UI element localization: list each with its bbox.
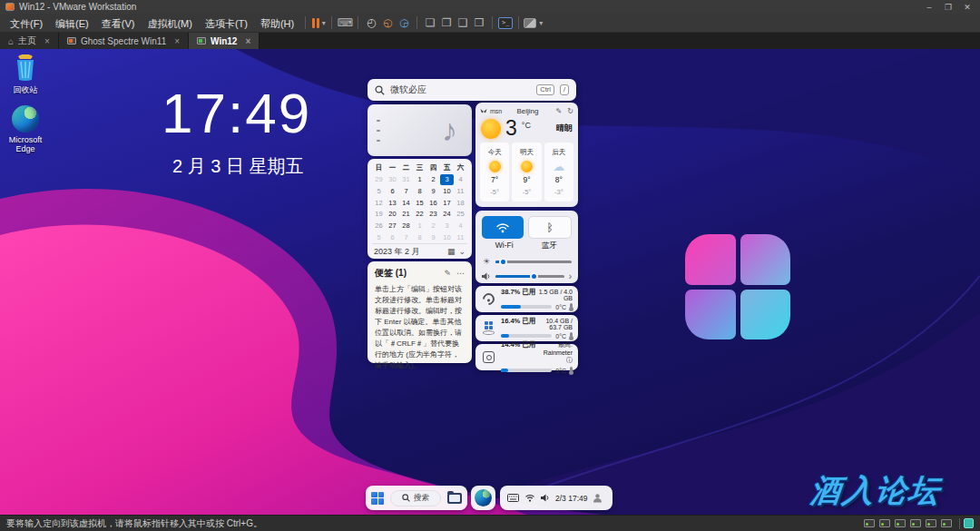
calendar-day[interactable]: 16: [426, 198, 440, 209]
ctrl-alt-del-button[interactable]: ⌨: [337, 15, 353, 31]
maximize-button[interactable]: ❐: [941, 3, 956, 12]
weather-widget[interactable]: msn Beijing ✎ ↻ 3 °C 晴朗 今天7°-5°明天9°-5°后天…: [475, 103, 578, 207]
calendar-day[interactable]: 24: [440, 209, 454, 220]
touch-keyboard-icon[interactable]: [507, 494, 519, 502]
calendar-day[interactable]: 27: [386, 221, 399, 231]
snapshot-manager-button[interactable]: ◶: [396, 15, 412, 31]
desktop-icon-edge[interactable]: Microsoft Edge: [0, 105, 51, 153]
taskbar-clock[interactable]: 2/3 17:49: [555, 494, 587, 503]
calendar-day[interactable]: 15: [413, 198, 426, 209]
refresh-icon[interactable]: ↻: [567, 107, 573, 115]
calendar-day[interactable]: 4: [454, 221, 467, 231]
menu-item[interactable]: 虚拟机(M): [141, 16, 199, 31]
more-options-icon[interactable]: ⋯: [456, 269, 465, 278]
calendar-day[interactable]: 11: [454, 186, 467, 197]
show-thumbnail-bar-button[interactable]: ❐: [438, 15, 455, 31]
chevron-down-icon[interactable]: ▾: [322, 19, 326, 27]
calendar-day[interactable]: 6: [386, 186, 399, 197]
tab-Ghost Spectre Win11[interactable]: Ghost Spectre Win11×: [59, 33, 189, 49]
edit-pencil-icon[interactable]: ✎: [444, 269, 451, 278]
wifi-tray-icon[interactable]: [524, 494, 535, 502]
bing-search-widget[interactable]: 微软必应 Ctrl /: [368, 79, 576, 101]
vm-screen[interactable]: 回收站 Microsoft Edge 17:49 2 月 3 日 星期五 微软必…: [0, 49, 980, 515]
calendar-day[interactable]: 9: [426, 186, 440, 197]
calendar-day[interactable]: 25: [454, 209, 467, 220]
calendar-day[interactable]: 20: [386, 209, 399, 220]
tab-Win12[interactable]: Win12×: [189, 33, 260, 49]
menu-item[interactable]: 查看(V): [95, 16, 142, 31]
chevron-right-icon[interactable]: ›: [569, 271, 572, 281]
usb-icon[interactable]: [941, 519, 952, 527]
tab-主页[interactable]: ⌂主页×: [0, 33, 59, 49]
calendar-day[interactable]: 7: [399, 232, 413, 243]
calendar-footer[interactable]: 2023 年 2 月 ▦ ⌄: [372, 243, 467, 259]
calendar-day[interactable]: 23: [426, 209, 440, 220]
calendar-day[interactable]: 12: [372, 198, 386, 209]
menu-item[interactable]: 编辑(E): [49, 16, 95, 31]
calendar-day[interactable]: 21: [399, 209, 413, 220]
file-explorer-button[interactable]: [447, 493, 462, 504]
hdd-icon[interactable]: [864, 519, 875, 527]
calendar-day[interactable]: 2: [426, 174, 440, 185]
start-button[interactable]: [371, 492, 384, 505]
note-body[interactable]: 单击上方「编辑」按钮对该文段进行修改。单击标题对标题进行修改。编辑时，按下 En…: [375, 284, 465, 371]
sound-icon[interactable]: [926, 519, 936, 527]
console-view-button[interactable]: >_: [497, 15, 514, 31]
network-adapter-icon[interactable]: [895, 519, 906, 527]
calendar-day[interactable]: 26: [372, 221, 386, 231]
calendar-day-selected[interactable]: 3: [440, 174, 454, 185]
calendar-day[interactable]: 13: [386, 198, 399, 209]
tab-close-icon[interactable]: ×: [245, 36, 250, 46]
desktop-icon-recycle-bin[interactable]: 回收站: [0, 54, 51, 96]
calendar-day[interactable]: 1: [413, 174, 426, 185]
calendar-day[interactable]: 10: [440, 186, 454, 197]
volume-slider-thumb[interactable]: [530, 272, 538, 280]
calendar-day[interactable]: 1: [413, 221, 426, 231]
suspend-vm-button[interactable]: ▾: [310, 15, 327, 31]
calendar-day[interactable]: 4: [454, 174, 467, 185]
wifi-toggle-button[interactable]: [482, 216, 524, 239]
calendar-day[interactable]: 14: [399, 198, 413, 209]
fullscreen-button[interactable]: ❑: [455, 15, 471, 31]
menu-item[interactable]: 选项卡(T): [199, 16, 254, 31]
calendar-day[interactable]: 2: [426, 221, 440, 231]
calendar-day[interactable]: 8: [413, 186, 426, 197]
calendar-day[interactable]: 11: [454, 232, 467, 243]
calendar-icon[interactable]: ▦: [447, 247, 456, 256]
tab-close-icon[interactable]: ×: [174, 36, 180, 46]
calendar-day[interactable]: 8: [413, 232, 426, 243]
calendar-day[interactable]: 31: [399, 174, 413, 185]
cdrom-icon[interactable]: [879, 519, 890, 527]
calendar-day[interactable]: 17: [440, 198, 454, 209]
calendar-day[interactable]: 9: [426, 232, 440, 243]
search-placeholder[interactable]: 微软必应: [390, 84, 531, 96]
minimize-button[interactable]: –: [922, 3, 936, 12]
music-widget[interactable]: ♪: [368, 104, 472, 156]
calendar-widget[interactable]: 日一二三四五六293031123456789101112131415161718…: [368, 159, 472, 259]
calendar-day[interactable]: 10: [440, 232, 454, 243]
volume-slider[interactable]: [495, 275, 564, 278]
calendar-day[interactable]: 5: [372, 186, 386, 197]
restore-layout-icon[interactable]: [964, 518, 974, 528]
printer-icon[interactable]: [910, 519, 921, 527]
taskbar-search-button[interactable]: 搜索: [390, 490, 441, 506]
external-display-button[interactable]: ▾: [524, 15, 543, 31]
calendar-day[interactable]: 29: [372, 174, 386, 185]
brightness-slider-thumb[interactable]: [499, 258, 507, 266]
menu-item[interactable]: 文件(F): [4, 16, 49, 31]
calendar-day[interactable]: 6: [386, 232, 399, 243]
calendar-day[interactable]: 7: [399, 186, 413, 197]
tab-close-icon[interactable]: ×: [44, 36, 50, 46]
menu-item[interactable]: 帮助(H): [254, 16, 300, 31]
calendar-day[interactable]: 18: [454, 198, 467, 209]
sticky-note-widget[interactable]: 便签 (1) ✎ ⋯ 单击上方「编辑」按钮对该文段进行修改。单击标题对标题进行修…: [368, 261, 472, 363]
close-button[interactable]: ✕: [960, 3, 975, 12]
monitor-widget-disk[interactable]: 16.4% 已用10.4 GB / 63.7 GB0°C: [475, 315, 578, 341]
taskbar-tray[interactable]: 2/3 17:49: [500, 486, 612, 510]
calendar-day[interactable]: 3: [440, 221, 454, 231]
unity-mode-button[interactable]: ❒: [471, 15, 487, 31]
note-title[interactable]: 便签 (1): [375, 267, 407, 280]
take-snapshot-button[interactable]: ◴: [363, 15, 379, 31]
bluetooth-toggle-button[interactable]: ᛒ: [528, 216, 572, 239]
edit-pencil-icon[interactable]: ✎: [556, 107, 563, 115]
